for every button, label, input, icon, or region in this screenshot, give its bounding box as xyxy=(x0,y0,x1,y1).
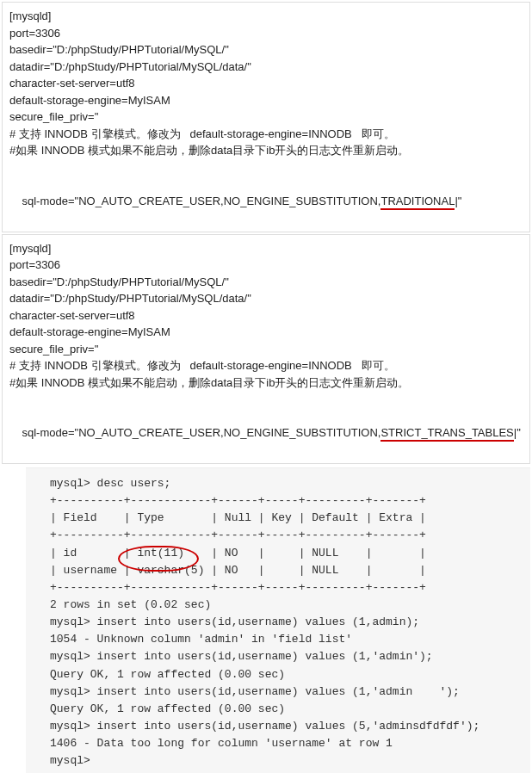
terminal-line: +----------+------------+------+-----+--… xyxy=(50,579,520,597)
terminal-line: | username | varchar(5) | NO | | NULL | … xyxy=(50,562,520,579)
terminal-line: | Field | Type | Null | Key | Default | … xyxy=(50,510,520,527)
config-line: [mysqld] xyxy=(9,240,523,257)
terminal-line: 2 rows in set (0.02 sec) xyxy=(50,597,520,614)
mysql-config-block-2: [mysqld] port=3306 basedir="D:/phpStudy/… xyxy=(2,234,530,465)
config-line: #如果 INNODB 模式如果不能启动，删除data目录下ib开头的日志文件重新… xyxy=(9,142,523,159)
config-line: default-storage-engine=MyISAM xyxy=(9,324,523,341)
config-line xyxy=(9,159,523,176)
config-line: datadir="D:/phpStudy/PHPTutorial/MySQL/d… xyxy=(9,290,523,307)
mysql-config-block-1: [mysqld] port=3306 basedir="D:/phpStudy/… xyxy=(2,2,530,232)
sql-mode-suffix: |" xyxy=(514,424,521,442)
sql-mode-prefix: sql-mode="NO_AUTO_CREATE_USER,NO_ENGINE_… xyxy=(22,426,380,439)
config-line: # 支持 INNODB 引擎模式。修改为 default-storage-eng… xyxy=(9,126,523,143)
terminal-line: +----------+------------+------+-----+--… xyxy=(50,527,520,544)
sql-mode-line-1: sql-mode="NO_AUTO_CREATE_USER,NO_ENGINE_… xyxy=(9,176,523,226)
config-line: # 支持 INNODB 引擎模式。修改为 default-storage-eng… xyxy=(9,357,523,374)
config-line: port=3306 xyxy=(9,257,523,274)
terminal-line: mysql> insert into users(id,username) va… xyxy=(50,614,520,631)
terminal-line: mysql> insert into users(id,username) va… xyxy=(50,648,520,665)
terminal-line: +----------+------------+------+-----+--… xyxy=(50,492,520,510)
config-line: #如果 INNODB 模式如果不能启动，删除data目录下ib开头的日志文件重新… xyxy=(9,374,523,392)
config-line: default-storage-engine=MyISAM xyxy=(9,92,523,109)
terminal-line: mysql> xyxy=(50,770,520,773)
config-line: [mysqld] xyxy=(9,8,523,25)
terminal-line: mysql> desc users; xyxy=(50,475,520,492)
config-line: secure_file_priv='' xyxy=(9,108,523,126)
terminal-line: mysql> xyxy=(50,752,520,770)
terminal-line: 1406 - Data too long for column 'usernam… xyxy=(50,735,520,752)
sql-mode-highlight-traditional: TRADITIONAL xyxy=(380,195,455,210)
config-line: basedir="D:/phpStudy/PHPTutorial/MySQL/" xyxy=(9,41,523,59)
terminal-line: mysql> insert into users(id,username) va… xyxy=(50,683,520,701)
config-line: port=3306 xyxy=(9,25,523,42)
mysql-terminal-block: mysql> desc users; +----------+---------… xyxy=(26,467,530,773)
config-line: character-set-server=utf8 xyxy=(9,307,523,325)
terminal-line: Query OK, 1 row affected (0.00 sec) xyxy=(50,666,520,683)
config-line: character-set-server=utf8 xyxy=(9,75,523,92)
config-line: datadir="D:/phpStudy/PHPTutorial/MySQL/d… xyxy=(9,59,523,76)
config-line: basedir="D:/phpStudy/PHPTutorial/MySQL/" xyxy=(9,274,523,291)
terminal-line: mysql> insert into users(id,username) va… xyxy=(50,718,520,735)
config-line xyxy=(9,391,523,408)
sql-mode-prefix: sql-mode="NO_AUTO_CREATE_USER,NO_ENGINE_… xyxy=(22,195,380,207)
sql-mode-line-2: sql-mode="NO_AUTO_CREATE_USER,NO_ENGINE_… xyxy=(9,408,523,459)
sql-mode-highlight-strict: STRICT_TRANS_TABLES xyxy=(380,426,513,442)
terminal-line: Query OK, 1 row affected (0.00 sec) xyxy=(50,701,520,718)
terminal-line: 1054 - Unknown column 'admin' in 'field … xyxy=(50,631,520,648)
config-line: secure_file_priv='' xyxy=(9,341,523,358)
sql-mode-suffix: |" xyxy=(455,193,461,210)
terminal-line: | id | int(11) | NO | | NULL | | xyxy=(50,545,520,562)
